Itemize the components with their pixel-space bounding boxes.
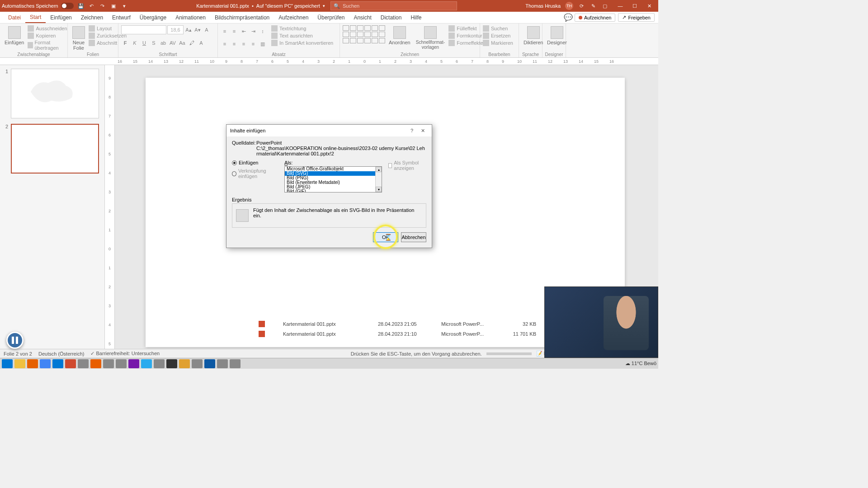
shape-effects-button[interactable]: Formeffekte: [448, 40, 483, 46]
text-direction-button[interactable]: Textrichtung: [271, 25, 333, 32]
toggle-switch[interactable]: [61, 3, 74, 9]
format-listbox[interactable]: Microsoft Office-Grafikobjekt Bild (SVG)…: [284, 166, 382, 192]
paste-button[interactable]: Einfügen: [3, 25, 26, 46]
obs-icon[interactable]: [166, 359, 177, 368]
slide-counter[interactable]: Folie 2 von 2: [4, 351, 32, 357]
maximize-button[interactable]: ☐: [627, 0, 642, 12]
accessibility-check[interactable]: ✓ Barrierefreiheit: Untersuchen: [90, 351, 160, 357]
bold-button[interactable]: F: [121, 39, 129, 47]
chrome-icon[interactable]: [40, 359, 51, 368]
help-button[interactable]: ?: [406, 126, 417, 135]
tab-insert[interactable]: Einfügen: [46, 12, 76, 23]
replace-button[interactable]: Ersetzen: [483, 33, 513, 39]
tab-file[interactable]: Datei: [4, 12, 25, 23]
redo-icon[interactable]: ↷: [99, 2, 106, 9]
list-item[interactable]: Bild (GIF): [285, 189, 382, 192]
tab-record[interactable]: Aufzeichnen: [274, 12, 313, 23]
pause-recording-button[interactable]: [6, 332, 24, 349]
shape-fill-button[interactable]: Fülleffekt: [448, 25, 483, 32]
align-text-button[interactable]: Text ausrichten: [271, 33, 333, 39]
copy-button[interactable]: Kopieren: [28, 33, 67, 39]
shapes-gallery[interactable]: [343, 25, 385, 43]
italic-button[interactable]: K: [131, 39, 139, 47]
cancel-button[interactable]: Abbrechen: [401, 232, 426, 242]
strike-button[interactable]: S: [150, 39, 158, 47]
scroll-down-icon[interactable]: ▾: [376, 187, 382, 192]
app-icon[interactable]: [179, 359, 190, 368]
explorer-icon[interactable]: [14, 359, 25, 368]
columns-button[interactable]: ▥: [259, 40, 267, 48]
close-icon[interactable]: ✕: [417, 126, 428, 135]
align-right-button[interactable]: ≡: [240, 40, 248, 48]
grow-font-icon[interactable]: A▴: [184, 26, 193, 34]
align-left-button[interactable]: ≡: [221, 40, 229, 48]
quick-styles-button[interactable]: Schnellformat- vorlagen: [414, 25, 447, 51]
tab-slideshow[interactable]: Bildschirmpräsentation: [210, 12, 274, 23]
window-icon[interactable]: ▢: [601, 2, 609, 9]
scrollbar[interactable]: ▴ ▾: [375, 167, 382, 192]
user-name[interactable]: Thomas Hruska: [525, 3, 561, 9]
highlight-button[interactable]: 🖍: [188, 39, 196, 47]
vlc-icon[interactable]: [90, 359, 101, 368]
cut-button[interactable]: Ausschneiden: [28, 25, 67, 32]
smartart-button[interactable]: In SmartArt konvertieren: [271, 40, 333, 46]
shadow-button[interactable]: ab: [159, 39, 167, 47]
onenote-icon[interactable]: [128, 359, 139, 368]
arrange-button[interactable]: Anordnen: [387, 25, 412, 46]
record-button[interactable]: Aufzeichnen: [575, 14, 616, 22]
tab-animations[interactable]: Animationen: [171, 12, 210, 23]
justify-button[interactable]: ≡: [249, 40, 257, 48]
new-slide-button[interactable]: Neue Folie: [71, 25, 87, 52]
scroll-up-icon[interactable]: ▴: [376, 167, 382, 172]
format-painter-button[interactable]: Format übertragen: [28, 40, 67, 51]
language-indicator[interactable]: Deutsch (Österreich): [38, 351, 84, 357]
undo-icon[interactable]: ↶: [88, 2, 95, 9]
minimize-button[interactable]: —: [613, 0, 627, 12]
firefox-icon[interactable]: [27, 359, 38, 368]
telegram-icon[interactable]: [141, 359, 152, 368]
ok-button[interactable]: OK ⌛: [373, 232, 398, 242]
designer-button[interactable]: Designer: [545, 25, 569, 46]
tab-draw[interactable]: Zeichnen: [76, 12, 108, 23]
tab-help[interactable]: Hilfe: [406, 12, 426, 23]
tab-dictation[interactable]: Dictation: [376, 12, 406, 23]
outlook-icon[interactable]: [52, 359, 63, 368]
present-icon[interactable]: ▣: [110, 2, 117, 9]
start-button[interactable]: [2, 359, 13, 368]
app-icon[interactable]: [103, 359, 114, 368]
radio-paste[interactable]: Einfügen: [232, 160, 281, 165]
search-box[interactable]: 🔍 Suchen: [330, 1, 457, 10]
tab-view[interactable]: Ansicht: [349, 12, 376, 23]
save-icon[interactable]: 💾: [77, 2, 85, 9]
share-button[interactable]: ↗Freigeben: [618, 13, 655, 22]
tab-transitions[interactable]: Übergänge: [135, 12, 171, 23]
numbering-button[interactable]: ≡: [230, 27, 238, 35]
dictate-button[interactable]: Diktieren: [522, 25, 545, 46]
app-icon[interactable]: [217, 359, 228, 368]
file-row[interactable]: Kartenmaterial 001.pptx 28.04.2023 21:05…: [259, 319, 536, 329]
line-spacing-button[interactable]: ↕: [259, 27, 267, 35]
app-icon[interactable]: [230, 359, 241, 368]
app-icon[interactable]: [78, 359, 89, 368]
app-icon[interactable]: [116, 359, 127, 368]
close-button[interactable]: ✕: [642, 0, 656, 12]
filename[interactable]: Kartenmaterial 001.pptx • Auf "diesem PC…: [196, 3, 325, 9]
align-center-button[interactable]: ≡: [230, 40, 238, 48]
shrink-font-icon[interactable]: A▾: [193, 26, 202, 34]
sync-icon[interactable]: ⟳: [578, 2, 585, 9]
tab-start[interactable]: Start: [25, 12, 46, 23]
slide-thumbnail-2[interactable]: [11, 124, 99, 174]
clear-format-icon[interactable]: A: [203, 26, 211, 34]
select-button[interactable]: Markieren: [483, 40, 513, 46]
spacing-button[interactable]: AV: [169, 39, 177, 47]
tab-review[interactable]: Überprüfen: [313, 12, 349, 23]
user-avatar[interactable]: TH: [565, 2, 573, 10]
underline-button[interactable]: U: [140, 39, 148, 47]
font-family-input[interactable]: [121, 25, 166, 34]
draw-icon[interactable]: ✎: [590, 2, 597, 9]
weather-widget[interactable]: ☁ 11°C Bewö: [625, 361, 656, 366]
find-button[interactable]: Suchen: [483, 25, 513, 32]
bullets-button[interactable]: ≡: [221, 27, 229, 35]
indent-inc-button[interactable]: ⇥: [249, 27, 257, 35]
edge-icon[interactable]: [204, 359, 215, 368]
